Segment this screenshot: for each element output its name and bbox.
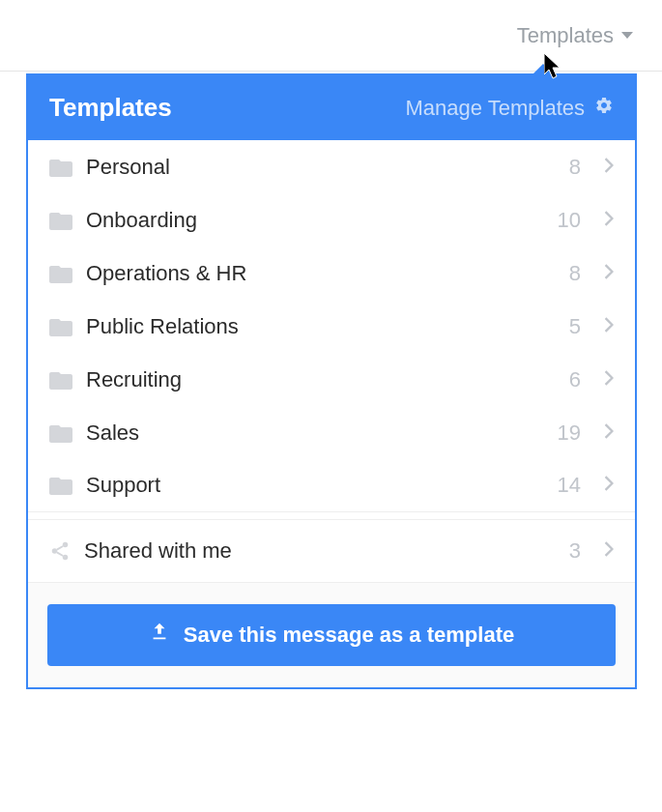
save-template-button[interactable]: Save this message as a template [47, 604, 616, 666]
folder-icon [49, 423, 72, 443]
gear-icon [594, 96, 614, 121]
folder-count: 8 [569, 261, 581, 286]
templates-panel: Templates Manage Templates Personal8Onbo… [26, 73, 637, 689]
folder-count: 8 [569, 155, 581, 180]
popup-arrow [533, 64, 553, 73]
chevron-right-icon [604, 541, 614, 561]
folder-count: 5 [569, 314, 581, 339]
chevron-right-icon [604, 423, 614, 443]
folder-icon [49, 158, 72, 177]
manage-templates-label: Manage Templates [406, 96, 586, 121]
shared-count: 3 [569, 538, 581, 564]
folder-count: 19 [558, 420, 581, 446]
svg-point-2 [63, 555, 69, 561]
chevron-right-icon [604, 264, 614, 283]
save-button-label: Save this message as a template [184, 623, 514, 648]
folder-label: Support [86, 473, 544, 498]
panel-footer: Save this message as a template [28, 583, 635, 687]
folder-icon [49, 476, 72, 495]
manage-templates-link[interactable]: Manage Templates [406, 96, 615, 121]
folder-icon [49, 317, 72, 336]
svg-point-0 [63, 542, 69, 548]
folder-item[interactable]: Operations & HR8 [28, 246, 635, 300]
folder-item[interactable]: Sales19 [28, 406, 635, 459]
folder-label: Operations & HR [86, 261, 556, 286]
chevron-right-icon [604, 317, 614, 336]
folder-count: 14 [558, 473, 581, 498]
folder-label: Sales [86, 420, 544, 446]
top-bar: Templates [0, 0, 662, 72]
shared-label: Shared with me [84, 538, 556, 564]
folder-item[interactable]: Personal8 [28, 140, 635, 193]
upload-icon [149, 622, 170, 649]
folder-label: Public Relations [86, 314, 556, 339]
caret-down-icon [621, 32, 633, 39]
folder-count: 6 [569, 367, 581, 392]
folder-label: Onboarding [86, 208, 544, 233]
panel-title: Templates [49, 93, 172, 123]
chevron-right-icon [604, 211, 614, 230]
share-icon [49, 540, 71, 562]
chevron-right-icon [604, 370, 614, 390]
templates-trigger-label: Templates [517, 23, 614, 48]
folder-icon [49, 211, 72, 230]
templates-dropdown-trigger[interactable]: Templates [517, 23, 633, 48]
folder-list: Personal8Onboarding10Operations & HR8Pub… [28, 140, 635, 512]
folder-item[interactable]: Onboarding10 [28, 193, 635, 246]
folder-label: Recruiting [86, 367, 556, 392]
shared-with-me[interactable]: Shared with me 3 [28, 520, 635, 583]
folder-icon [49, 264, 72, 283]
chevron-right-icon [604, 476, 614, 495]
folder-count: 10 [558, 208, 581, 233]
chevron-right-icon [604, 158, 614, 177]
shared-section: Shared with me 3 [28, 519, 635, 583]
svg-point-1 [52, 548, 58, 554]
folder-label: Personal [86, 155, 556, 180]
folder-item[interactable]: Public Relations5 [28, 300, 635, 353]
folder-icon [49, 370, 72, 390]
folder-item[interactable]: Recruiting6 [28, 353, 635, 406]
folder-item[interactable]: Support14 [28, 459, 635, 512]
panel-header: Templates Manage Templates [28, 75, 635, 140]
